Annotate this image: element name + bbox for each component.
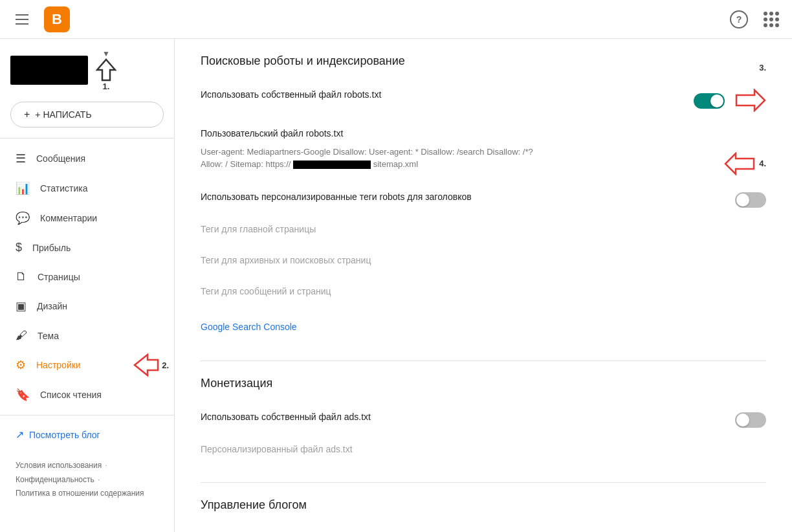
robots-tags-label: Использовать персонализированные теги ro… (201, 191, 472, 204)
robots-file-content: User-agent: Mediapartners-Google Disallo… (201, 146, 537, 171)
setting-row-post-tags: Теги для сообщений и страниц (201, 278, 766, 309)
setting-row-homepage-tags: Теги для главной страницы (201, 216, 766, 247)
svg-marker-0 (97, 60, 115, 80)
post-tags-label: Теги для сообщений и страниц (201, 285, 331, 298)
sidebar-item-comments[interactable]: 💬 Комментарии (0, 203, 169, 233)
setting-row-robots-txt: Использовать собственный файл robots.txt (201, 81, 766, 120)
archive-tags-label: Теги для архивных и поисковых страниц (201, 254, 371, 267)
annotation-1: 1. (96, 58, 116, 91)
section-search-robots: Поисковые роботы и индексирование 3. Исп… (201, 39, 766, 361)
toggle-knob-2 (736, 194, 749, 206)
design-icon: ▣ (16, 299, 27, 313)
theme-icon: 🖌 (16, 329, 27, 342)
robots-file-label: Пользовательский файл robots.txt (201, 127, 343, 140)
profit-icon: $ (16, 241, 22, 254)
section-title-monetization: Монетизация (201, 377, 766, 390)
robots-txt-toggle[interactable] (694, 93, 725, 109)
svg-marker-1 (135, 355, 158, 375)
setting-row-robots-tags: Использовать персонализированные теги ro… (201, 183, 766, 216)
svg-marker-2 (736, 90, 765, 111)
blogger-logo: B (44, 6, 70, 32)
comments-icon: 💬 (16, 211, 30, 225)
help-button[interactable]: ? (730, 10, 748, 28)
privacy-link[interactable]: Конфиденциальность (16, 475, 94, 484)
annotation-3: 3. (759, 63, 766, 72)
reading-icon: 🔖 (16, 388, 30, 402)
ads-txt-toggle[interactable] (735, 412, 766, 428)
sidebar-item-posts[interactable]: ☰ Сообщения (0, 144, 169, 173)
homepage-tags-label: Теги для главной страницы (201, 223, 316, 236)
sidebar-item-settings[interactable]: ⚙ Настройки (0, 350, 128, 380)
hamburger-menu[interactable] (10, 9, 34, 30)
setting-row-ads-txt: Использовать собственный файл ads.txt (201, 403, 766, 436)
sidebar-item-design[interactable]: ▣ Дизайн (0, 291, 169, 321)
stats-icon: 📊 (16, 181, 30, 195)
sidebar-top: ▼ 1. (0, 44, 174, 102)
write-button[interactable]: + + НАПИСАТЬ (10, 102, 164, 127)
ads-txt-label: Использовать собственный файл ads.txt (201, 411, 371, 424)
domain-redacted (293, 161, 371, 169)
google-search-console-link[interactable]: Google Search Console (201, 316, 297, 337)
topbar-left: B (10, 6, 70, 32)
sidebar-item-profit[interactable]: $ Прибыль (0, 233, 169, 262)
sidebar-item-reading[interactable]: 🔖 Список чтения (0, 380, 169, 410)
robots-tags-toggle[interactable] (735, 192, 766, 208)
posts-icon: ☰ (16, 151, 26, 166)
main-layout: ▼ 1. + + НАПИСАТЬ ☰ Сообщения 📊 Ст (0, 39, 792, 532)
robots-txt-label: Использовать собственный файл robots.txt (201, 89, 381, 102)
topbar-right: ? (730, 9, 782, 30)
section-title-search-robots: Поисковые роботы и индексирование (201, 54, 405, 68)
setting-row-robots-file: Пользовательский файл robots.txt User-ag… (201, 120, 766, 183)
ads-file-label: Персонализированный файл ads.txt (201, 443, 353, 456)
section-monetization: Монетизация Использовать собственный фай… (201, 361, 766, 483)
dropdown-arrow[interactable]: ▼ (102, 49, 110, 58)
setting-row-google-console: Google Search Console (201, 309, 766, 345)
terms-link[interactable]: Условия использования (16, 461, 102, 470)
sidebar-settings-row: ⚙ Настройки 2. (0, 350, 174, 380)
annotation-4: 4. (724, 152, 766, 175)
setting-row-archive-tags: Теги для архивных и поисковых страниц (201, 247, 766, 278)
toggle-knob (710, 94, 723, 107)
up-arrow-icon (96, 58, 116, 82)
annotation-4-arrow (724, 152, 755, 175)
settings-icon: ⚙ (16, 358, 26, 372)
sidebar-divider-2 (0, 415, 174, 416)
plus-icon: + (24, 109, 30, 120)
sidebar-divider (0, 138, 174, 139)
svg-marker-3 (725, 153, 754, 174)
section-title-blog-management: Управление блогом (201, 498, 766, 512)
blog-thumbnail (10, 56, 88, 85)
section-blog-management: Управление блогом (201, 483, 766, 532)
google-apps-button[interactable] (761, 9, 782, 30)
annotation-2-arrow (133, 353, 159, 377)
content-policy-link[interactable]: Политика в отношении содержания (16, 489, 144, 498)
annotation-2: 2. (133, 353, 174, 377)
topbar: B ? (0, 0, 792, 39)
sidebar-item-pages[interactable]: 🗋 Страницы (0, 262, 169, 291)
sidebar: ▼ 1. + + НАПИСАТЬ ☰ Сообщения 📊 Ст (0, 39, 175, 532)
view-blog-link[interactable]: ↗ Посмотреть блог (0, 421, 174, 449)
sidebar-footer: Условия использования · Конфиденциальнос… (0, 449, 174, 511)
annotation-3-arrow (735, 89, 766, 112)
setting-row-ads-file: Персонализированный файл ads.txt (201, 436, 766, 467)
sidebar-item-stats[interactable]: 📊 Статистика (0, 173, 169, 203)
external-link-icon: ↗ (16, 428, 24, 441)
sidebar-item-theme[interactable]: 🖌 Тема (0, 321, 169, 350)
pages-icon: 🗋 (16, 270, 27, 283)
content-area: Поисковые роботы и индексирование 3. Исп… (175, 39, 792, 532)
toggle-knob-3 (736, 414, 749, 427)
